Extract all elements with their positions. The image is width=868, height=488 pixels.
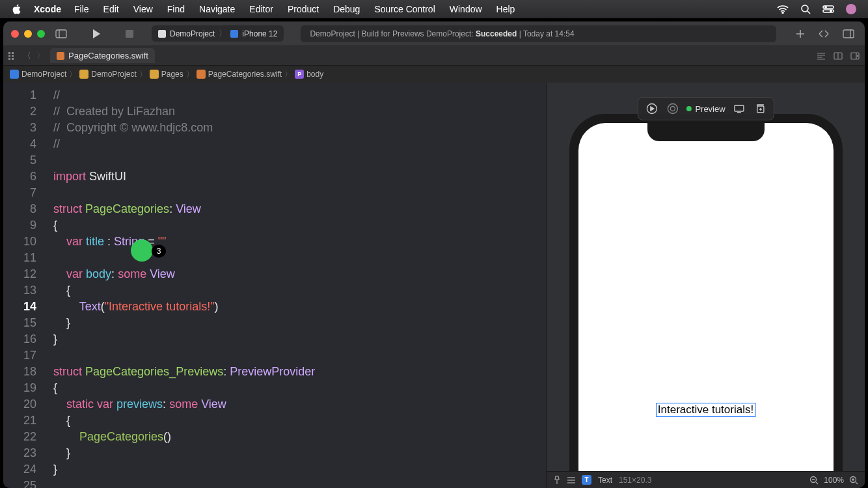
iphone-notch: [647, 123, 765, 141]
svg-rect-20: [57, 52, 64, 60]
svg-rect-16: [8, 58, 10, 60]
svg-point-6: [846, 4, 856, 14]
scheme-project: DemoProject: [170, 29, 215, 38]
toolbar: DemoProject 〉 iPhone 12 DemoProject | Bu…: [3, 21, 865, 46]
main-area: 3 12345678910111213141516171819202122232…: [3, 83, 865, 488]
wifi-icon[interactable]: [777, 5, 789, 14]
crumb-symbol[interactable]: Pbody: [295, 70, 323, 79]
menu-help[interactable]: Help: [496, 4, 515, 14]
macos-menubar: Xcode File Edit View Find Navigate Edito…: [0, 0, 868, 18]
preview-live-label[interactable]: Preview: [686, 104, 725, 114]
svg-rect-11: [230, 30, 238, 38]
menu-editor[interactable]: Editor: [249, 4, 273, 14]
menu-window[interactable]: Window: [450, 4, 482, 14]
svg-rect-18: [12, 55, 14, 57]
crumb-pages[interactable]: Pages: [150, 70, 183, 79]
svg-rect-10: [158, 30, 166, 38]
adjust-editor-icon[interactable]: [834, 52, 843, 60]
svg-rect-14: [8, 52, 10, 54]
zoom-out-icon[interactable]: [809, 476, 819, 485]
preview-duplicate-icon[interactable]: [753, 102, 767, 116]
text-type-icon: T: [582, 475, 591, 485]
scheme-device: iPhone 12: [242, 29, 277, 38]
menu-find[interactable]: Find: [167, 4, 185, 14]
preview-device-icon[interactable]: [732, 102, 746, 116]
menu-navigate[interactable]: Navigate: [199, 4, 235, 14]
svg-rect-12: [843, 30, 854, 38]
svg-point-5: [830, 10, 832, 12]
tab-bar: 〈 〉 PageCategories.swift: [3, 46, 865, 66]
live-dot-icon: [686, 106, 691, 111]
svg-point-0: [782, 12, 783, 14]
preview-statusbar: T Text 151×20.3 100%: [547, 471, 865, 488]
status-bar[interactable]: DemoProject | Build for Previews DemoPro…: [301, 25, 776, 42]
crumb-file[interactable]: PageCategories.swift: [197, 70, 282, 79]
control-center-icon[interactable]: [822, 5, 834, 13]
apple-icon[interactable]: [12, 4, 22, 14]
list-icon[interactable]: [567, 477, 575, 483]
svg-point-1: [802, 5, 808, 12]
tab-active[interactable]: PageCategories.swift: [50, 48, 155, 63]
svg-point-30: [668, 104, 677, 114]
cursor-indicator: [131, 239, 153, 262]
device-area[interactable]: Interactive tutorials!: [547, 83, 865, 471]
cursor-badge: 3: [152, 245, 166, 258]
spotlight-icon[interactable]: [800, 4, 811, 14]
swift-file-icon: [57, 52, 64, 60]
svg-rect-19: [12, 58, 14, 60]
forward-icon[interactable]: 〉: [36, 50, 45, 62]
traffic-lights: [11, 30, 45, 38]
navigator-toggle-icon[interactable]: [53, 29, 70, 38]
line-gutter: 1234567891011121314151617181920212223242…: [3, 83, 46, 488]
status-time: | Today at 14:54: [517, 29, 574, 38]
svg-point-4: [825, 7, 826, 8]
xcode-window: DemoProject 〉 iPhone 12 DemoProject | Bu…: [3, 21, 865, 488]
related-items-icon[interactable]: [8, 52, 18, 60]
inspector-toggle-icon[interactable]: [840, 29, 857, 38]
scheme-selector[interactable]: DemoProject 〉 iPhone 12: [152, 25, 284, 42]
svg-point-31: [670, 107, 675, 111]
menu-edit[interactable]: Edit: [103, 4, 119, 14]
menu-file[interactable]: File: [74, 4, 89, 14]
pin-icon[interactable]: [553, 476, 561, 485]
svg-rect-15: [8, 55, 10, 57]
app-name[interactable]: Xcode: [34, 4, 61, 14]
tab-name: PageCategories.swift: [68, 51, 148, 61]
user-icon[interactable]: [846, 4, 856, 14]
back-icon[interactable]: 〈: [23, 50, 31, 62]
iphone-screen[interactable]: Interactive tutorials!: [578, 123, 834, 471]
minimize-button[interactable]: [24, 30, 32, 38]
library-icon[interactable]: [815, 29, 832, 38]
status-prefix: DemoProject | Build for Previews DemoPro…: [310, 29, 476, 38]
status-result: Succeeded: [476, 29, 517, 38]
code-editor[interactable]: 3 12345678910111213141516171819202122232…: [3, 83, 546, 488]
preview-inspect-icon[interactable]: [665, 102, 679, 116]
element-name: Text: [598, 476, 612, 485]
iphone-frame: Interactive tutorials!: [569, 114, 843, 471]
svg-rect-17: [12, 52, 14, 54]
close-button[interactable]: [11, 30, 19, 38]
add-editor-icon[interactable]: [850, 52, 860, 60]
svg-rect-9: [126, 30, 133, 38]
preview-toolbar: Preview: [637, 97, 774, 120]
add-icon[interactable]: [793, 29, 807, 38]
run-button[interactable]: [89, 29, 103, 39]
zoom-in-icon[interactable]: [849, 476, 858, 485]
breadcrumb: DemoProject〉 DemoProject〉 Pages〉 PageCat…: [3, 66, 865, 83]
crumb-folder[interactable]: DemoProject: [79, 70, 136, 79]
zoom-level[interactable]: 100%: [824, 476, 844, 485]
code-content[interactable]: // // Created by LiFazhan // Copyright ©…: [46, 83, 546, 488]
preview-play-icon[interactable]: [644, 102, 658, 116]
menu-product[interactable]: Product: [288, 4, 319, 14]
svg-rect-7: [56, 30, 66, 38]
preview-canvas: Preview Interactive tutorials! T Text 15…: [546, 83, 865, 488]
minimap-icon[interactable]: [817, 52, 826, 60]
stop-button[interactable]: [123, 30, 136, 38]
crumb-project[interactable]: DemoProject: [10, 70, 66, 79]
svg-rect-32: [735, 105, 744, 111]
menu-sourcecontrol[interactable]: Source Control: [374, 4, 435, 14]
menu-debug[interactable]: Debug: [333, 4, 360, 14]
preview-text-element[interactable]: Interactive tutorials!: [656, 403, 755, 417]
menu-view[interactable]: View: [133, 4, 153, 14]
zoom-button[interactable]: [37, 30, 45, 38]
